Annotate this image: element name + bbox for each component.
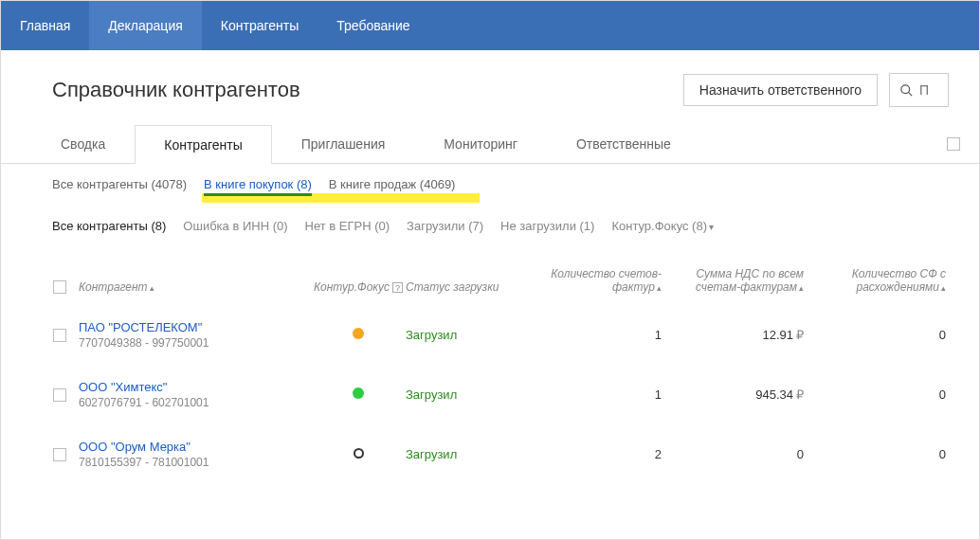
th-name[interactable]: Контрагент bbox=[79, 280, 148, 294]
tab-counterparties[interactable]: Контрагенты bbox=[135, 125, 271, 164]
focus-dot-icon bbox=[353, 387, 364, 399]
th-status[interactable]: Статус загрузки bbox=[406, 280, 499, 294]
svg-line-1 bbox=[908, 92, 912, 96]
counterparty-table: Контрагент▴ Контур.Фокус? Статус загрузк… bbox=[1, 241, 979, 484]
status-filters: Все контрагенты (8) Ошибка в ИНН (0) Нет… bbox=[1, 206, 979, 241]
select-all-checkbox[interactable] bbox=[53, 280, 66, 294]
page-header: Справочник контрагентов Назначить ответс… bbox=[1, 50, 979, 124]
tab-invitations[interactable]: Приглашения bbox=[272, 124, 415, 163]
book-filters: Все контрагенты (4078) В книге покупок (… bbox=[1, 164, 979, 206]
upload-status: Загрузил bbox=[406, 328, 457, 342]
ruble-icon: ₽ bbox=[796, 328, 804, 342]
tab-monitoring[interactable]: Мониторинг bbox=[414, 124, 547, 163]
th-count[interactable]: Количество счетов-фактур bbox=[551, 267, 662, 294]
main-tabs: Сводка Контрагенты Приглашения Мониторин… bbox=[1, 124, 979, 164]
upload-status: Загрузил bbox=[406, 387, 457, 402]
filter-purchases-book[interactable]: В книге покупок (8) bbox=[204, 177, 312, 196]
filter2-no-egrn[interactable]: Нет в ЕГРН (0) bbox=[305, 219, 390, 233]
table-row: ООО "Орум Мерка" 7810155397 - 781001001 … bbox=[41, 424, 979, 484]
filter2-loaded[interactable]: Загрузили (7) bbox=[407, 219, 483, 233]
vat-sum: 945.34 bbox=[755, 387, 793, 402]
table-row: ООО "Химтекс" 6027076791 - 602701001 Заг… bbox=[41, 365, 979, 424]
nav-requirement[interactable]: Требование bbox=[318, 1, 428, 50]
discrepancy-count: 0 bbox=[804, 328, 946, 342]
focus-dot-icon bbox=[353, 328, 364, 339]
counterparty-inn: 7810155397 - 781001001 bbox=[79, 456, 311, 469]
chevron-down-icon: ▾ bbox=[709, 222, 714, 232]
counterparty-inn: 7707049388 - 997750001 bbox=[79, 336, 311, 350]
svg-point-0 bbox=[901, 84, 910, 93]
tabs-checkbox[interactable] bbox=[947, 137, 960, 151]
filter2-all[interactable]: Все контрагенты (8) bbox=[52, 219, 166, 233]
tab-responsible[interactable]: Ответственные bbox=[547, 124, 700, 163]
invoice-count: 2 bbox=[538, 447, 662, 461]
info-icon[interactable]: ? bbox=[392, 282, 403, 293]
counterparty-inn: 6027076791 - 602701001 bbox=[79, 396, 311, 409]
search-icon bbox=[899, 83, 914, 98]
page-title: Справочник контрагентов bbox=[52, 78, 672, 102]
row-checkbox[interactable] bbox=[53, 388, 66, 402]
vat-sum: 12.91 bbox=[762, 328, 793, 342]
counterparty-link[interactable]: ПАО "РОСТЕЛЕКОМ" bbox=[79, 320, 311, 334]
upload-status: Загрузил bbox=[406, 447, 457, 461]
focus-dot-icon bbox=[354, 448, 364, 459]
nav-counterparties[interactable]: Контрагенты bbox=[202, 1, 318, 50]
row-checkbox[interactable] bbox=[53, 448, 66, 461]
filter-sales-book[interactable]: В книге продаж (4069) bbox=[329, 177, 456, 196]
filter2-not-loaded[interactable]: Не загрузили (1) bbox=[500, 219, 594, 233]
row-checkbox[interactable] bbox=[53, 329, 66, 342]
counterparty-link[interactable]: ООО "Орум Мерка" bbox=[79, 440, 311, 454]
discrepancy-count: 0 bbox=[804, 447, 946, 461]
table-header: Контрагент▴ Контур.Фокус? Статус загрузк… bbox=[41, 260, 979, 305]
counterparty-link[interactable]: ООО "Химтекс" bbox=[79, 380, 311, 394]
topnav: Главная Декларация Контрагенты Требовани… bbox=[1, 1, 979, 50]
filter2-kontur-focus[interactable]: Контур.Фокус (8)▾ bbox=[611, 219, 714, 233]
nav-declaration[interactable]: Декларация bbox=[89, 1, 202, 50]
filter-all-counterparties[interactable]: Все контрагенты (4078) bbox=[52, 177, 187, 196]
discrepancy-count: 0 bbox=[804, 387, 946, 402]
nav-main[interactable]: Главная bbox=[1, 1, 89, 50]
search-box[interactable] bbox=[889, 73, 949, 107]
filter2-inn-error[interactable]: Ошибка в ИНН (0) bbox=[183, 219, 287, 233]
tab-summary[interactable]: Сводка bbox=[31, 124, 135, 163]
invoice-count: 1 bbox=[538, 387, 662, 402]
table-row: ПАО "РОСТЕЛЕКОМ" 7707049388 - 997750001 … bbox=[41, 305, 979, 365]
invoice-count: 1 bbox=[538, 328, 662, 342]
th-focus[interactable]: Контур.Фокус bbox=[314, 280, 390, 294]
th-disc[interactable]: Количество СФ с расхождениями bbox=[852, 267, 946, 294]
vat-sum: 0 bbox=[797, 447, 804, 461]
th-sum[interactable]: Сумма НДС по всем счетам-фактурам bbox=[696, 267, 804, 294]
ruble-icon: ₽ bbox=[796, 387, 804, 402]
search-input[interactable] bbox=[919, 82, 938, 98]
assign-responsible-button[interactable]: Назначить ответственного bbox=[683, 74, 878, 106]
